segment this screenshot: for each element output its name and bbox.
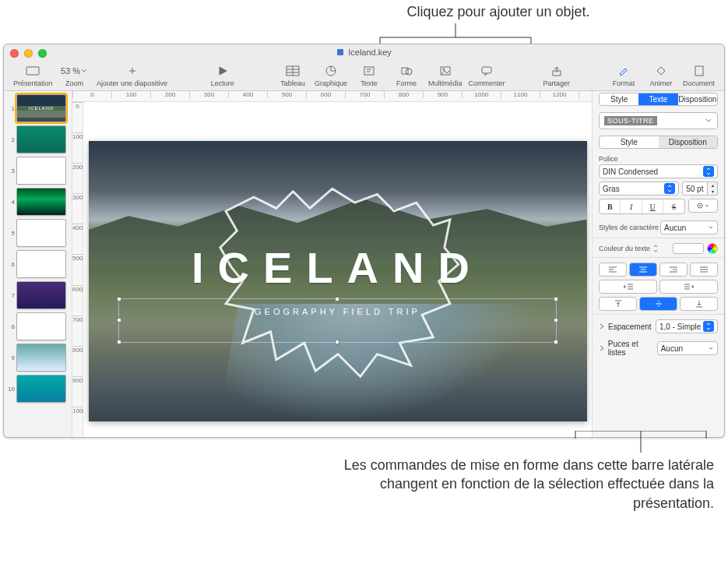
share-button[interactable]: Partager — [538, 62, 575, 90]
horizontal-ruler: 0100200300400500600700800900100011001200… — [72, 91, 592, 102]
document-label: Document — [683, 79, 715, 87]
resize-handle[interactable] — [117, 297, 121, 301]
font-weight-dropdown[interactable]: Gras — [599, 182, 679, 196]
slide-title[interactable]: ICELAND — [89, 242, 587, 293]
resize-handle[interactable] — [554, 340, 558, 344]
subtab-style[interactable]: Style — [600, 136, 659, 148]
slide-preview: ICELAND — [16, 94, 66, 122]
slide-number: 8 — [7, 323, 15, 330]
play-button[interactable]: Lecture — [201, 62, 244, 90]
text-color-well[interactable] — [673, 243, 704, 254]
tab-style[interactable]: Style — [600, 93, 638, 105]
zoom-dropdown[interactable]: 53 % Zoom — [56, 62, 93, 90]
strikethrough-button[interactable]: S — [663, 199, 684, 213]
char-styles-dropdown[interactable]: Aucun — [660, 220, 718, 234]
slide-thumbnail[interactable]: 9 — [7, 344, 69, 372]
outdent-button[interactable] — [599, 280, 657, 294]
subtitle-selection-box[interactable]: GEOGRAPHY FIELD TRIP — [118, 298, 557, 344]
shape-button[interactable]: Forme — [388, 62, 425, 90]
animate-button[interactable]: Animer — [642, 62, 680, 90]
slide-thumbnail[interactable]: 10 — [7, 375, 69, 403]
chart-icon — [325, 65, 337, 76]
table-label: Tableau — [280, 79, 305, 87]
font-weight-value: Gras — [603, 185, 620, 193]
spacing-label: Espacement — [608, 322, 652, 331]
presentation-button[interactable]: Présentation — [10, 62, 56, 90]
indent-button[interactable] — [659, 280, 718, 294]
spacing-dropdown[interactable]: 1,0 - Simple — [656, 319, 718, 333]
slide-canvas[interactable]: ICELAND GEOGRAPHY FIELD TRIP — [83, 102, 592, 437]
slide-thumbnail[interactable]: 7 — [7, 281, 69, 309]
resize-handle[interactable] — [335, 297, 339, 301]
inspector-sub-tabs: Style Disposition — [599, 136, 718, 149]
animate-icon — [655, 65, 667, 76]
stepper-up[interactable]: ▴ — [708, 182, 717, 189]
subtab-disposition[interactable]: Disposition — [659, 136, 718, 148]
ruler-tick: 400 — [72, 224, 83, 254]
bullets-disclosure[interactable]: Puces et listes — [599, 340, 657, 357]
svg-rect-0 — [337, 49, 343, 55]
format-button[interactable]: Format — [605, 62, 642, 90]
stepper-down[interactable]: ▾ — [708, 189, 717, 195]
slide-subtitle[interactable]: GEOGRAPHY FIELD TRIP — [119, 307, 556, 316]
tab-text[interactable]: Texte — [638, 93, 677, 105]
align-justify-button[interactable] — [690, 263, 718, 277]
title-bar: Iceland.key — [4, 44, 724, 60]
color-picker-button[interactable] — [707, 243, 718, 254]
italic-button[interactable]: I — [621, 199, 642, 213]
bold-button[interactable]: B — [600, 199, 621, 213]
font-family-dropdown[interactable]: DIN Condensed — [599, 164, 718, 178]
svg-point-6 — [406, 69, 412, 75]
text-color-label: Couleur du texte — [599, 245, 659, 252]
resize-handle[interactable] — [335, 340, 339, 344]
ruler-tick: 800 — [72, 346, 83, 376]
comment-icon — [480, 65, 493, 76]
chevron-right-icon — [599, 345, 605, 351]
align-left-button[interactable] — [599, 263, 627, 277]
media-button[interactable]: Multimédia — [425, 62, 466, 90]
zoom-label: Zoom — [65, 79, 83, 87]
slide-thumbnail[interactable]: 3 — [7, 157, 69, 185]
valign-bottom-button[interactable] — [680, 297, 718, 311]
media-icon — [439, 65, 452, 76]
bullets-dropdown[interactable]: Aucun — [657, 341, 718, 355]
align-center-button[interactable] — [629, 263, 657, 277]
presentation-label: Présentation — [13, 79, 53, 87]
resize-handle[interactable] — [554, 297, 558, 301]
comment-button[interactable]: Commenter — [466, 62, 508, 90]
resize-handle[interactable] — [117, 318, 121, 322]
table-button[interactable]: Tableau — [274, 62, 311, 90]
document-title: Iceland.key — [348, 48, 392, 57]
text-button[interactable]: Texte — [350, 62, 388, 90]
chart-button[interactable]: Graphique — [311, 62, 350, 90]
slide-main[interactable]: ICELAND GEOGRAPHY FIELD TRIP — [89, 141, 587, 421]
ruler-tick: 1100 — [501, 91, 540, 98]
slide-thumbnail[interactable]: 1ICELAND — [7, 94, 69, 122]
slide-number: 2 — [7, 136, 15, 143]
resize-handle[interactable] — [554, 318, 558, 322]
plus-icon — [125, 65, 140, 76]
align-right-button[interactable] — [659, 263, 688, 277]
slide-thumbnail[interactable]: 8 — [7, 312, 69, 340]
resize-handle[interactable] — [117, 340, 121, 344]
slide-thumbnail[interactable]: 5 — [7, 219, 69, 247]
tab-disposition[interactable]: Disposition — [678, 93, 717, 105]
slide-thumbnail[interactable]: 6 — [7, 250, 69, 278]
paragraph-style-dropdown[interactable]: SOUS-TITRE — [599, 112, 718, 129]
document-button[interactable]: Document — [680, 62, 718, 90]
ruler-tick: 1000 — [72, 407, 83, 437]
slide-thumbnail[interactable]: 4 — [7, 188, 69, 216]
underline-button[interactable]: U — [642, 199, 663, 213]
ruler-tick: 700 — [345, 91, 384, 98]
slide-thumbnail[interactable]: 2 — [7, 125, 69, 153]
ruler-tick: 500 — [267, 91, 306, 98]
font-size-stepper[interactable]: 50 pt ▴▾ — [682, 182, 718, 196]
ruler-tick: 1200 — [540, 91, 579, 98]
spacing-disclosure[interactable]: Espacement — [599, 322, 652, 331]
document-icon — [336, 48, 344, 56]
advanced-options-button[interactable] — [688, 199, 718, 213]
add-slide-button[interactable]: Ajouter une diapositive — [93, 62, 171, 90]
valign-middle-button[interactable] — [639, 297, 677, 311]
valign-top-button[interactable] — [599, 297, 637, 311]
slide-preview — [16, 157, 66, 185]
